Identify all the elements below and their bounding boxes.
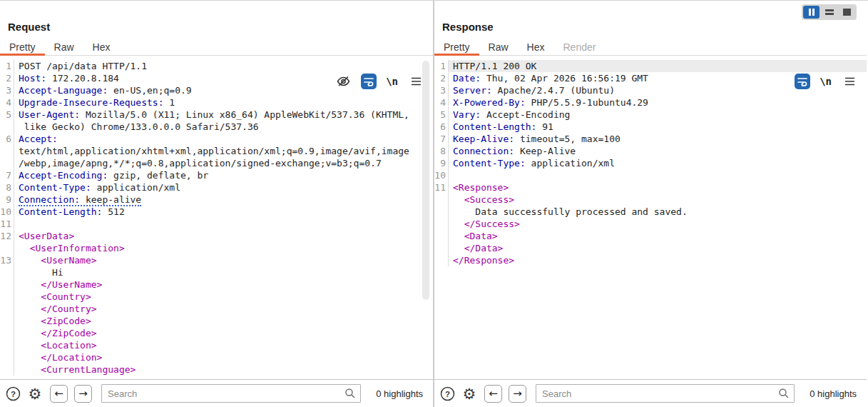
code-line[interactable]: 9Connection: keep-alive (0, 194, 433, 206)
line-number: 1 (434, 60, 449, 72)
code-line[interactable]: <Location> (0, 339, 433, 351)
code-line[interactable]: 5User-Agent: Mozilla/5.0 (X11; Linux x86… (0, 109, 433, 121)
line-number: 10 (0, 206, 14, 218)
code-line[interactable]: like Gecko) Chrome/133.0.0.0 Safari/537.… (0, 121, 433, 133)
single-layout-icon[interactable] (839, 6, 855, 19)
code-line[interactable]: <Data> (434, 230, 867, 242)
response-search-bar: ? ⚙ ← → 0 highlights (434, 379, 867, 407)
request-editor[interactable]: 1POST /api/data HTTP/1.12Host: 172.20.8.… (0, 58, 433, 379)
line-number (0, 303, 14, 315)
code-line[interactable]: </Country> (0, 303, 433, 315)
line-number: 6 (0, 133, 14, 145)
response-editor[interactable]: 1HTTP/1.1 200 OK2Date: Thu, 02 Apr 2026 … (434, 58, 867, 379)
line-number: 12 (0, 230, 14, 242)
code-line[interactable]: 4Upgrade-Insecure-Requests: 1 (0, 96, 433, 109)
code-line[interactable]: <CurrentLanguage> (0, 363, 433, 376)
code-line[interactable]: 3Server: Apache/2.4.7 (Ubuntu) (434, 84, 867, 96)
line-number (0, 266, 14, 278)
line-number (434, 194, 449, 206)
line-number: 6 (434, 121, 449, 133)
request-title: Request (8, 21, 50, 33)
search-settings-gear-icon[interactable]: ⚙ (26, 385, 44, 402)
http-message-editor: Request PrettyRawHex (0, 0, 868, 407)
code-line[interactable]: 13 <UserName> (0, 254, 433, 266)
response-tabbar: PrettyRawHexRender \n (434, 38, 867, 56)
help-icon[interactable]: ? (439, 385, 456, 402)
tab-pretty[interactable]: Pretty (0, 38, 45, 55)
request-panel: Request PrettyRawHex (0, 1, 434, 407)
code-line[interactable]: 7Keep-Alive: timeout=5, max=100 (434, 133, 867, 145)
help-icon[interactable]: ? (4, 385, 21, 402)
code-line[interactable]: 1HTTP/1.1 200 OK (434, 60, 867, 72)
code-line[interactable]: 2Host: 172.20.8.184 (0, 72, 433, 84)
line-number (434, 242, 449, 254)
line-number: 8 (0, 181, 14, 194)
line-number: 5 (0, 109, 14, 121)
tab-hex[interactable]: Hex (518, 38, 554, 55)
code-line[interactable]: 12<UserData> (0, 230, 433, 242)
columns-layout-icon[interactable] (803, 6, 820, 19)
code-line[interactable]: <Success> (434, 194, 867, 206)
code-line[interactable]: <ZipCode> (0, 315, 433, 327)
code-line[interactable]: 5Vary: Accept-Encoding (434, 109, 867, 121)
tab-raw[interactable]: Raw (479, 38, 518, 55)
code-line[interactable]: 8Content-Type: application/xml (0, 181, 433, 194)
code-line[interactable]: 3Accept-Language: en-US,en;q=0.9 (0, 84, 433, 96)
line-number: 9 (434, 157, 449, 169)
line-number (434, 218, 449, 230)
code-line[interactable]: /webp,image/apng,*/*;q=0.8,application/s… (0, 157, 433, 169)
code-line[interactable]: 4X-Powered-By: PHP/5.5.9-1ubuntu4.29 (434, 96, 867, 109)
code-line[interactable]: 10Content-Length: 512 (0, 206, 433, 218)
code-line[interactable]: 6Content-Length: 91 (434, 121, 867, 133)
search-input[interactable] (536, 384, 795, 403)
code-line[interactable]: <UserInformation> (0, 242, 433, 254)
code-line[interactable]: </Success> (434, 218, 867, 230)
code-line[interactable]: 2Date: Thu, 02 Apr 2026 16:56:19 GMT (434, 72, 867, 84)
rows-layout-icon[interactable] (821, 6, 837, 19)
tab-render[interactable]: Render (554, 38, 606, 55)
code-line[interactable]: Hi (0, 266, 433, 278)
line-number: 11 (434, 181, 449, 194)
code-line[interactable]: </Data> (434, 242, 867, 254)
line-number (0, 339, 14, 351)
code-line[interactable]: Data successfully processed and saved. (434, 206, 867, 218)
code-line[interactable]: </ZipCode> (0, 327, 433, 339)
code-line[interactable]: </Location> (0, 351, 433, 363)
line-number (434, 254, 449, 266)
search-next-button[interactable]: → (74, 385, 92, 403)
code-line[interactable]: <Country> (0, 291, 433, 303)
line-number (0, 278, 14, 291)
line-number (0, 145, 14, 157)
code-line[interactable]: 1POST /api/data HTTP/1.1 (0, 60, 433, 72)
line-number (0, 351, 14, 363)
line-number: 2 (434, 72, 449, 84)
line-number: 4 (0, 96, 14, 109)
line-number: 3 (434, 84, 449, 96)
code-line[interactable]: 11<Response> (434, 181, 867, 194)
code-line[interactable]: 10 (434, 169, 867, 181)
search-settings-gear-icon[interactable]: ⚙ (461, 385, 478, 402)
code-line[interactable]: </Response> (434, 254, 867, 266)
code-line[interactable]: 7Accept-Encoding: gzip, deflate, br (0, 169, 433, 181)
code-line[interactable]: </UserName> (0, 278, 433, 291)
line-number (434, 230, 449, 242)
search-previous-button[interactable]: ← (484, 385, 502, 403)
tab-raw[interactable]: Raw (45, 38, 83, 55)
search-icon (778, 388, 790, 399)
code-line[interactable]: 6Accept: (0, 133, 433, 145)
code-line[interactable]: 9Content-Type: application/xml (434, 157, 867, 169)
tab-pretty[interactable]: Pretty (434, 38, 479, 55)
code-line[interactable]: 11 (0, 218, 433, 230)
search-next-button[interactable]: → (509, 385, 526, 403)
search-previous-button[interactable]: ← (50, 385, 68, 403)
code-line[interactable]: 8Connection: Keep-Alive (434, 145, 867, 157)
line-number: 2 (0, 72, 14, 84)
code-line[interactable]: text/html,application/xhtml+xml,applicat… (0, 145, 433, 157)
line-number: 9 (0, 194, 14, 206)
highlights-count: 0 highlights (810, 388, 857, 399)
request-scrollbar[interactable] (422, 61, 429, 300)
tab-hex[interactable]: Hex (83, 38, 120, 55)
line-number: 7 (0, 169, 14, 181)
search-input[interactable] (101, 384, 361, 403)
line-number: 5 (434, 109, 449, 121)
